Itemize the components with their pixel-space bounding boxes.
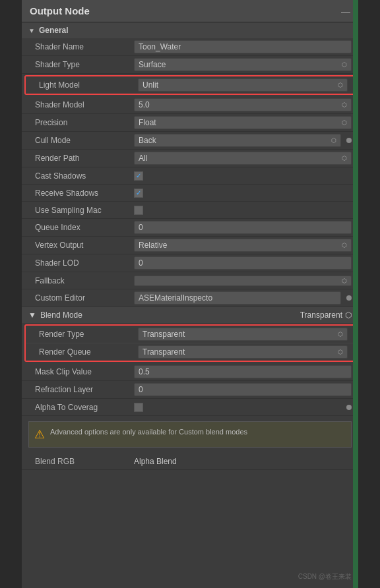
use-sampling-checkbox[interactable] — [134, 206, 143, 215]
shader-name-label: Shader Name — [35, 42, 134, 51]
render-path-row: Render Path All ⬡ — [22, 150, 358, 167]
render-path-label: Render Path — [35, 154, 134, 163]
vertex-output-label: Vertex Output — [35, 241, 134, 250]
shader-model-label: Shader Model — [35, 100, 134, 109]
blend-mode-label: Blend Mode — [40, 310, 82, 320]
light-model-highlight: Light Model Unlit ⬡ — [24, 75, 356, 95]
fallback-label: Fallback — [35, 276, 134, 285]
render-queue-label: Render Queue — [39, 347, 138, 357]
blend-collapse-triangle: ▼ — [28, 310, 36, 320]
dropdown-arrow-icon: ⬡ — [342, 61, 347, 68]
custom-editor-input[interactable]: ASEMaterialInspecto — [134, 291, 341, 305]
precision-label: Precision — [35, 118, 134, 127]
shader-type-dropdown[interactable]: Surface ⬡ — [134, 58, 352, 71]
warning-icon: ⚠ — [34, 427, 45, 442]
collapse-triangle: ▼ — [28, 27, 35, 34]
use-sampling-label: Use Sampling Mac — [35, 206, 134, 215]
blend-rgb-row: Blend RGB Alpha Blend — [22, 453, 358, 470]
dropdown-arrow-icon: ⬡ — [338, 82, 343, 88]
queue-index-label: Queue Index — [35, 223, 134, 232]
receive-shadows-label: Receive Shadows — [35, 189, 134, 198]
light-model-label: Light Model — [39, 80, 138, 90]
render-type-label: Render Type — [39, 330, 138, 339]
shader-lod-input[interactable]: 0 — [134, 256, 352, 270]
refraction-layer-row: Refraction Layer 0 — [22, 381, 358, 399]
fallback-row: Fallback ⬡ — [22, 272, 358, 289]
panel-title: Output Node — [30, 5, 90, 16]
blend-mode-section-header[interactable]: ▼ Blend Mode Transparent ⬡ — [22, 307, 358, 323]
cull-mode-dot — [346, 138, 352, 143]
light-model-dropdown[interactable]: Unlit ⬡ — [138, 78, 348, 92]
blend-mode-value: Transparent — [300, 310, 342, 320]
precision-dropdown[interactable]: Float ⬡ — [134, 116, 352, 129]
refraction-layer-input[interactable]: 0 — [134, 383, 352, 396]
general-section-header[interactable]: ▼ General — [22, 22, 358, 38]
shader-type-label: Shader Type — [35, 60, 134, 69]
precision-row: Precision Float ⬡ — [22, 114, 358, 132]
render-queue-dropdown[interactable]: Transparent ⬡ — [138, 345, 348, 359]
cast-shadows-label: Cast Shadows — [35, 171, 134, 181]
dropdown-arrow-icon: ⬡ — [338, 331, 343, 338]
custom-editor-label: Custom Editor — [35, 293, 134, 303]
receive-shadows-row: Receive Shadows — [22, 185, 358, 202]
render-type-dropdown[interactable]: Transparent ⬡ — [138, 328, 348, 341]
alpha-coverage-checkbox[interactable] — [134, 403, 143, 412]
warning-text: Advanced options are only available for … — [50, 427, 247, 437]
render-queue-row: Render Queue Transparent ⬡ — [26, 343, 354, 361]
cast-shadows-checkbox[interactable] — [134, 171, 143, 181]
shader-lod-row: Shader LOD 0 — [22, 254, 358, 272]
receive-shadows-checkbox[interactable] — [134, 189, 143, 198]
mask-clip-input[interactable]: 0.5 — [134, 365, 352, 378]
render-type-row: Render Type Transparent ⬡ — [26, 326, 354, 343]
blend-rgb-value: Alpha Blend — [134, 457, 177, 466]
blend-mode-arrow: ⬡ — [345, 310, 352, 320]
queue-index-row: Queue Index 0 — [22, 219, 358, 237]
minimize-button[interactable]: — — [341, 6, 350, 16]
dropdown-arrow-icon: ⬡ — [342, 155, 347, 162]
mask-clip-label: Mask Clip Value — [35, 367, 134, 376]
mask-clip-row: Mask Clip Value 0.5 — [22, 363, 358, 381]
use-sampling-row: Use Sampling Mac — [22, 202, 358, 219]
shader-model-row: Shader Model 5.0 ⬡ — [22, 96, 358, 114]
dropdown-arrow-icon: ⬡ — [342, 242, 347, 249]
cull-mode-label: Cull Mode — [35, 136, 134, 145]
blend-rgb-label: Blend RGB — [35, 457, 134, 466]
general-section-label: General — [39, 26, 69, 35]
dropdown-arrow-icon: ⬡ — [342, 102, 347, 108]
shader-name-input[interactable]: Toon_Water — [134, 40, 352, 53]
watermark: CSDN @卷王来装 — [298, 572, 352, 581]
dropdown-arrow-icon: ⬡ — [342, 278, 347, 284]
shader-lod-label: Shader LOD — [35, 258, 134, 268]
alpha-coverage-dot — [346, 405, 352, 410]
dropdown-arrow-icon: ⬡ — [331, 137, 336, 144]
light-model-row: Light Model Unlit ⬡ — [26, 76, 354, 94]
render-path-dropdown[interactable]: All ⬡ — [134, 152, 352, 165]
render-type-queue-highlight: Render Type Transparent ⬡ Render Queue T… — [24, 324, 356, 362]
vertex-output-row: Vertex Output Relative ⬡ — [22, 237, 358, 254]
cull-mode-dropdown[interactable]: Back ⬡ — [134, 134, 341, 147]
shader-model-dropdown[interactable]: 5.0 ⬡ — [134, 98, 352, 111]
side-bar — [353, 0, 358, 588]
refraction-layer-label: Refraction Layer — [35, 385, 134, 394]
vertex-output-dropdown[interactable]: Relative ⬡ — [134, 239, 352, 252]
shader-name-row: Shader Name Toon_Water — [22, 38, 358, 56]
warning-box: ⚠ Advanced options are only available fo… — [28, 421, 352, 448]
dropdown-arrow-icon: ⬡ — [342, 119, 347, 126]
fallback-dropdown[interactable]: ⬡ — [134, 276, 352, 286]
alpha-coverage-label: Alpha To Coverag — [35, 403, 134, 412]
custom-editor-row: Custom Editor ASEMaterialInspecto — [22, 289, 358, 307]
queue-index-input[interactable]: 0 — [134, 221, 352, 234]
panel-header: Output Node — — [22, 0, 358, 22]
cast-shadows-row: Cast Shadows — [22, 167, 358, 185]
dropdown-arrow-icon: ⬡ — [338, 349, 343, 355]
alpha-coverage-row: Alpha To Coverag — [22, 399, 358, 416]
shader-type-row: Shader Type Surface ⬡ — [22, 56, 358, 74]
custom-editor-dot — [346, 295, 352, 301]
cull-mode-row: Cull Mode Back ⬡ — [22, 132, 358, 150]
